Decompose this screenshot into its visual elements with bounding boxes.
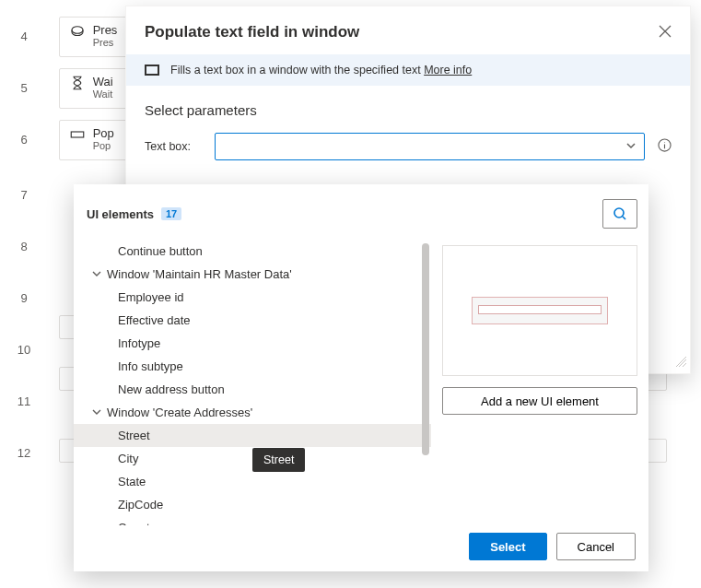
step-subtitle: Pres <box>93 37 118 48</box>
ui-elements-popup: UI elements 17 Continue button Window 'M… <box>74 184 648 571</box>
info-bar: Fills a text box in a window with the sp… <box>126 54 690 86</box>
cancel-button[interactable]: Cancel <box>556 533 636 560</box>
tree-group-hr-window[interactable]: Window 'Maintain HR Master Data' <box>74 263 431 286</box>
step-number: 6 <box>15 133 33 147</box>
tree-item-zipcode[interactable]: ZipCode <box>74 493 431 516</box>
select-parameters-header: Select parameters <box>126 86 690 127</box>
ui-elements-count-badge: 17 <box>161 207 181 220</box>
tree-item-employee-id[interactable]: Employee id <box>74 286 431 309</box>
svg-point-4 <box>614 208 624 218</box>
select-button[interactable]: Select <box>469 533 546 560</box>
tree-group-addresses-window[interactable]: Window 'Create Addresses' <box>74 401 431 424</box>
step-title: Pres <box>93 23 118 37</box>
tree-item-info-subtype[interactable]: Info subtype <box>74 355 431 378</box>
tree-item-new-address-button[interactable]: New address button <box>74 378 431 401</box>
svg-point-0 <box>72 27 83 34</box>
close-button[interactable] <box>659 25 672 41</box>
tree-item-infotype[interactable]: Infotype <box>74 332 431 355</box>
step-title: Wai <box>93 75 113 88</box>
chevron-down-icon <box>625 140 637 154</box>
step-number: 4 <box>15 29 33 43</box>
step-number: 7 <box>15 188 33 202</box>
wait-icon <box>69 75 89 94</box>
textbox-icon <box>145 65 159 76</box>
step-number: 12 <box>15 446 33 460</box>
step-subtitle: Wait <box>93 88 113 100</box>
tree-item-continue-button[interactable]: Continue button <box>74 240 431 263</box>
press-icon <box>69 23 89 42</box>
step-number: 11 <box>15 394 33 408</box>
step-number: 8 <box>15 240 33 253</box>
step-subtitle: Pop <box>93 140 114 151</box>
resize-handle-icon[interactable] <box>676 357 687 370</box>
add-ui-element-button[interactable]: Add a new UI element <box>442 387 637 415</box>
textbox-icon <box>69 126 89 146</box>
tree-item-effective-date[interactable]: Effective date <box>74 309 431 332</box>
ui-elements-title: UI elements <box>87 207 154 221</box>
more-info-link[interactable]: More info <box>424 64 472 76</box>
search-button[interactable] <box>602 199 637 229</box>
preview-textbox-icon <box>472 297 608 324</box>
textbox-label: Text box: <box>145 140 202 153</box>
step-number: 9 <box>15 291 33 305</box>
element-preview-pane: Add a new UI element <box>431 240 648 525</box>
svg-rect-1 <box>71 132 84 137</box>
info-text: Fills a text box in a window with the sp… <box>170 64 424 76</box>
tree-item-state[interactable]: State <box>74 470 431 493</box>
step-number: 5 <box>15 81 33 95</box>
scrollbar[interactable] <box>422 243 429 455</box>
step-number: 10 <box>15 343 33 357</box>
tree-item-street[interactable]: Street <box>74 424 431 447</box>
dialog-title: Populate text field in window <box>145 23 359 41</box>
ui-elements-tree: Continue button Window 'Maintain HR Mast… <box>74 240 431 525</box>
info-icon[interactable] <box>658 138 672 155</box>
step-title: Pop <box>93 126 114 140</box>
textbox-dropdown[interactable] <box>215 133 645 160</box>
tooltip: Street <box>252 448 305 472</box>
chevron-down-icon <box>92 406 101 419</box>
chevron-down-icon <box>92 267 101 281</box>
element-preview <box>442 245 637 376</box>
